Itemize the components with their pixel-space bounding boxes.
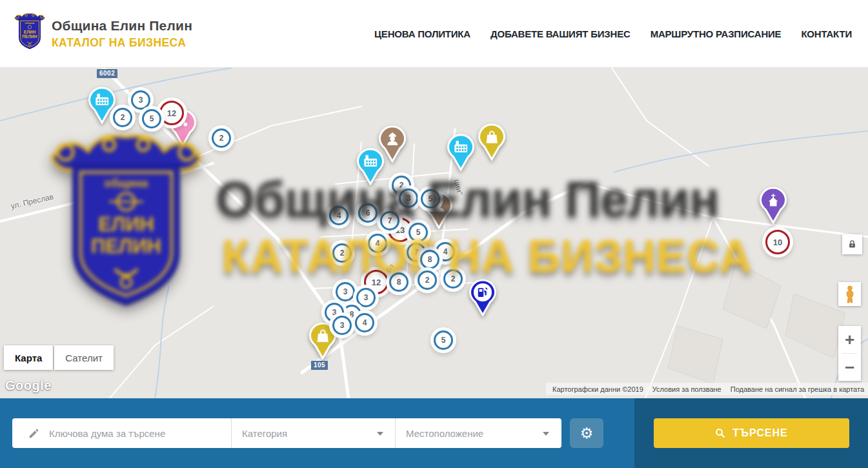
map-type-map-button[interactable]: Карта <box>4 345 53 370</box>
category-dropdown[interactable]: Категория <box>231 418 395 448</box>
gear-icon: ⚙ <box>580 425 594 442</box>
map-attribution: Картографски данни ©2019 Условия за полз… <box>546 383 868 395</box>
nav-item-add-business[interactable]: ДОБАВЕТЕ ВАШИЯТ БИЗНЕС <box>490 28 631 39</box>
search-fields-group: Категория Местоположение <box>12 418 561 448</box>
svg-text:ЕЛИН: ЕЛИН <box>24 30 36 34</box>
attribution-copyright: Картографски данни ©2019 <box>552 385 643 393</box>
map-cluster[interactable]: 5 <box>142 109 161 128</box>
map-cluster[interactable]: 2 <box>212 128 231 148</box>
map-cluster[interactable]: 2 <box>332 243 352 263</box>
zoom-out-button[interactable]: − <box>838 354 861 381</box>
map-pin-fuel[interactable] <box>468 279 498 316</box>
map-cluster[interactable]: 2 <box>418 270 437 290</box>
map-cluster[interactable]: 8 <box>389 272 409 292</box>
search-fields-panel: Категория Местоположение ⚙ <box>0 398 634 468</box>
nav-item-schedule[interactable]: МАРШРУТНО РАЗПИСАНИЕ <box>651 28 782 39</box>
advanced-search-button[interactable]: ⚙ <box>570 418 603 448</box>
map-pin-bag[interactable] <box>477 123 507 161</box>
map-cluster[interactable]: 8 <box>420 250 439 269</box>
report-map-error-link[interactable]: Подаване на сигнал за грешка в картата <box>731 385 864 393</box>
nav-item-contacts[interactable]: КОНТАКТИ <box>801 28 852 39</box>
search-button[interactable]: ТЪРСЕНЕ <box>654 418 849 448</box>
keyword-search-input[interactable] <box>49 428 231 439</box>
map-pin-factory[interactable] <box>446 134 476 171</box>
map-cluster[interactable]: 5 <box>409 223 428 242</box>
map-cluster[interactable]: 12 <box>159 101 184 125</box>
map-cluster[interactable]: 4 <box>355 313 374 332</box>
main-nav: ЦЕНОВА ПОЛИТИКА ДОБАВЕТЕ ВАШИЯТ БИЗНЕС М… <box>374 28 852 39</box>
chevron-down-icon <box>543 432 549 436</box>
lock-control-button[interactable] <box>842 234 862 254</box>
municipality-crest-icon: община ЕЛИН ПЕЛИН <box>14 12 45 55</box>
map-cluster[interactable]: 3 <box>336 282 355 301</box>
map-cluster[interactable]: 3 <box>399 188 418 208</box>
street-view-pegman-icon <box>843 285 857 303</box>
search-button-label: ТЪРСЕНЕ <box>732 427 787 439</box>
map-cluster[interactable]: 10 <box>765 230 790 254</box>
nav-item-pricing[interactable]: ЦЕНОВА ПОЛИТИКА <box>374 28 470 39</box>
map-cluster[interactable]: 3 <box>131 90 150 110</box>
search-submit-panel: ТЪРСЕНЕ <box>634 398 868 468</box>
zoom-control: + − <box>838 326 861 381</box>
map-cluster[interactable]: 2 <box>113 108 132 127</box>
pencil-icon <box>28 427 40 440</box>
site-subtitle: КАТАЛОГ НА БИЗНЕСА <box>52 36 192 49</box>
map-canvas[interactable]: 6002 105 ул. Преслав бул. „Новосел ции" … <box>0 68 868 398</box>
road-number-label: 105 <box>311 361 328 370</box>
location-dropdown[interactable]: Местоположение <box>395 418 561 448</box>
category-dropdown-value: Категория <box>232 428 287 439</box>
svg-text:ПЕЛИН: ПЕЛИН <box>22 34 37 39</box>
fuel-icon <box>474 283 492 301</box>
map-cluster[interactable]: 3 <box>356 288 376 307</box>
map-type-satellite-button[interactable]: Сателит <box>54 345 114 370</box>
map-cluster[interactable]: 2 <box>443 269 463 289</box>
brand-logo-link[interactable]: община ЕЛИН ПЕЛИН Община Елин Пелин КАТА… <box>14 12 192 55</box>
page: община ЕЛИН ПЕЛИН Община Елин Пелин КАТА… <box>0 0 868 468</box>
terms-of-use-link[interactable]: Условия за ползване <box>652 385 722 393</box>
map-type-control: Карта Сателит <box>4 345 114 370</box>
map-pin-factory[interactable] <box>356 148 385 185</box>
lock-icon <box>847 239 857 249</box>
chevron-down-icon <box>377 432 383 436</box>
svg-text:община: община <box>25 21 35 25</box>
map-cluster[interactable]: 6 <box>358 203 378 223</box>
map-cluster[interactable]: 3 <box>332 316 352 335</box>
street-view-pegman-button[interactable] <box>838 282 861 306</box>
map-cluster[interactable]: 4 <box>329 206 348 225</box>
search-bar: Категория Местоположение ⚙ ТЪРСЕНЕ <box>0 398 868 468</box>
map-pin-church[interactable] <box>758 187 788 224</box>
header: община ЕЛИН ПЕЛИН Община Елин Пелин КАТА… <box>0 0 868 68</box>
site-title: Община Елин Пелин <box>52 18 192 34</box>
location-dropdown-value: Местоположение <box>396 428 483 439</box>
map-cluster[interactable]: 4 <box>368 234 387 253</box>
google-logo[interactable]: Google <box>5 378 52 393</box>
map-cluster[interactable]: 7 <box>380 211 399 230</box>
zoom-in-button[interactable]: + <box>838 326 861 353</box>
map-cluster[interactable]: 5 <box>434 331 453 350</box>
road-number-label: 6002 <box>97 69 117 78</box>
magnifier-icon <box>714 427 726 439</box>
map-cluster[interactable]: 5 <box>421 189 440 209</box>
keyword-field[interactable] <box>12 418 231 448</box>
